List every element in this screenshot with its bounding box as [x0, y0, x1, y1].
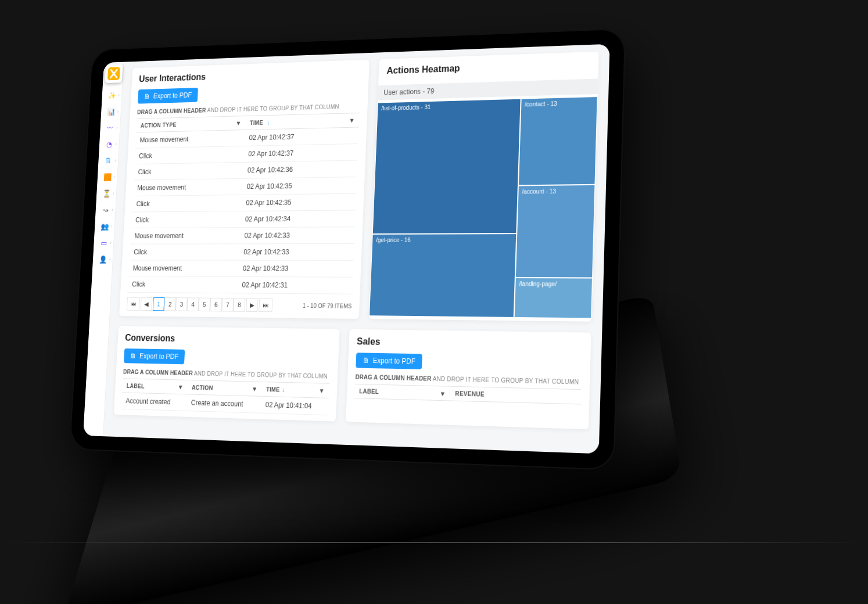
chevron-right-icon: ›	[118, 92, 120, 98]
col-action[interactable]: ACTION▼	[187, 380, 262, 396]
pager-page[interactable]: 7	[221, 298, 234, 312]
pager-last-button[interactable]: ⏭	[259, 298, 272, 312]
table-row[interactable]: Mouse movement02 Apr 10:42:35	[132, 177, 357, 196]
col-time[interactable]: TIME↓▼	[261, 382, 329, 398]
users-icon: 👥	[101, 222, 109, 230]
calendar-icon: 🗓	[105, 156, 112, 164]
chevron-right-icon: ›	[116, 125, 118, 130]
panel-actions-heatmap: Actions Heatmap User actions - 79 /list-…	[369, 52, 599, 322]
table-row[interactable]: Click02 Apr 10:42:31	[127, 276, 353, 294]
pager-summary: 1 - 10 OF 79 ITEMS	[274, 302, 352, 309]
area-chart-icon: 🟧	[103, 172, 112, 181]
pager-first-button[interactable]: ⏮	[127, 297, 140, 311]
export-pdf-button[interactable]: 🗎 Export to PDF	[124, 348, 185, 364]
col-time[interactable]: TIME ↓ ▼	[245, 113, 360, 130]
col-label[interactable]: LABEL▼	[354, 384, 451, 401]
nav-calendar-icon[interactable]: 🗓›	[98, 152, 119, 169]
trend-icon: 〰	[106, 124, 113, 132]
filter-icon[interactable]: ▼	[177, 383, 184, 390]
app-logo[interactable]	[105, 64, 123, 83]
export-pdf-button[interactable]: 🗎 Export to PDF	[356, 353, 422, 369]
table-row[interactable]: Click02 Apr 10:42:35	[132, 193, 356, 212]
filter-icon[interactable]: ▼	[439, 390, 446, 397]
pager: ⏮ ◀ 12345678 ▶ ⏭ 1 - 10 OF 79 ITEMS	[127, 297, 352, 313]
pdf-icon: 🗎	[144, 92, 150, 100]
treemap-cell[interactable]: /account - 13	[515, 185, 596, 278]
panel-title: Actions Heatmap	[386, 59, 590, 76]
nav-trend-icon[interactable]: 〰›	[100, 120, 120, 136]
export-pdf-label: Export to PDF	[153, 91, 192, 100]
filter-icon[interactable]: ▼	[349, 117, 355, 124]
group-hint[interactable]: DRAG A COLUMN HEADER AND DROP IT HERE TO…	[123, 369, 330, 380]
nav-chart-bar-icon[interactable]: 📊›	[101, 103, 121, 120]
pdf-icon: 🗎	[130, 352, 137, 360]
treemap-cell[interactable]: /contact - 13	[518, 96, 598, 185]
panel-user-interactions: User Interactions 🗎 Export to PDF DRAG A…	[119, 60, 370, 319]
card-icon: ▭	[101, 239, 107, 247]
nav-area-chart-icon[interactable]: 🟧›	[97, 168, 117, 185]
chevron-right-icon: ›	[112, 207, 113, 212]
col-action-type[interactable]: ACTION TYPE ▼	[136, 116, 246, 132]
pager-page[interactable]: 3	[175, 297, 188, 311]
filter-icon[interactable]: ▼	[252, 385, 258, 392]
conversions-table: LABEL▼ ACTION▼ TIME↓▼ Account created Cr…	[121, 378, 330, 415]
col-label[interactable]: LABEL▼	[122, 379, 188, 394]
panel-title: Sales	[357, 336, 583, 351]
chevron-right-icon: ›	[109, 257, 110, 263]
col-revenue[interactable]: REVENUE	[450, 386, 581, 404]
treemap-cell[interactable]: /list-of-products - 31	[372, 99, 521, 235]
sort-desc-icon[interactable]: ↓	[282, 386, 285, 393]
table-row[interactable]: Mouse movement02 Apr 10:42:33	[130, 227, 355, 245]
tablet-device: ✨›📊›〰›◔›🗓›🟧›⏳›↝›👥›▭›👤› User Interactions…	[69, 28, 626, 470]
export-pdf-button[interactable]: 🗎 Export to PDF	[138, 88, 198, 104]
chevron-right-icon: ›	[115, 141, 117, 146]
nav-gauge-icon[interactable]: ◔›	[99, 136, 119, 153]
export-pdf-label: Export to PDF	[372, 357, 415, 366]
panel-title: User Interactions	[139, 67, 361, 84]
chevron-right-icon: ›	[110, 240, 112, 246]
main-content: User Interactions 🗎 Export to PDF DRAG A…	[103, 44, 610, 454]
table-row[interactable]: Click02 Apr 10:42:33	[129, 243, 354, 260]
treemap-cell[interactable]: /landing-page/	[514, 278, 593, 318]
funnel-icon: ⏳	[102, 189, 111, 197]
pager-prev-button[interactable]: ◀	[141, 297, 153, 311]
filter-icon[interactable]: ▼	[235, 120, 242, 127]
wand-icon: ✨	[107, 91, 116, 99]
filter-icon[interactable]: ▼	[318, 387, 325, 394]
nav-user-plus-icon[interactable]: 👤›	[92, 251, 113, 268]
pager-next-button[interactable]: ▶	[246, 298, 258, 312]
treemap: /list-of-products - 31 /contact - 13 /ac…	[369, 96, 597, 319]
chevron-right-icon: ›	[117, 109, 119, 114]
panel-sales: Sales 🗎 Export to PDF DRAG A COLUMN HEAD…	[346, 329, 591, 429]
app-screen: ✨›📊›〰›◔›🗓›🟧›⏳›↝›👥›▭›👤› User Interactions…	[83, 44, 610, 454]
panel-title: Conversions	[125, 333, 332, 346]
chevron-right-icon: ›	[114, 157, 116, 163]
sales-table: LABEL▼ REVENUE	[354, 384, 581, 405]
pdf-icon: 🗎	[363, 357, 370, 365]
nav-wand-icon[interactable]: ✨›	[102, 87, 122, 104]
chevron-right-icon: ›	[113, 174, 115, 179]
pager-page[interactable]: 4	[187, 297, 199, 311]
chart-bar-icon: 📊	[107, 107, 116, 116]
table-row[interactable]: Click02 Apr 10:42:34	[131, 210, 356, 228]
nav-flow-icon[interactable]: ↝›	[95, 202, 116, 218]
pager-page[interactable]: 2	[164, 297, 176, 311]
nav-card-icon[interactable]: ▭›	[94, 235, 114, 251]
gauge-icon: ◔	[106, 140, 112, 148]
pager-page[interactable]: 5	[198, 298, 210, 312]
pager-page[interactable]: 8	[233, 298, 245, 312]
chevron-right-icon: ›	[111, 224, 113, 229]
export-pdf-label: Export to PDF	[139, 352, 179, 361]
panel-conversions: Conversions 🗎 Export to PDF DRAG A COLUM…	[114, 326, 340, 421]
chevron-right-icon: ›	[113, 190, 114, 196]
group-hint[interactable]: DRAG A COLUMN HEADER AND DROP IT HERE TO…	[355, 374, 581, 386]
table-row[interactable]: Mouse movement02 Apr 10:42:33	[128, 260, 354, 277]
nav-users-icon[interactable]: 👥›	[94, 218, 114, 235]
pager-page[interactable]: 1	[153, 297, 165, 311]
treemap-cell[interactable]: /get-price - 16	[369, 233, 517, 317]
interactions-table: ACTION TYPE ▼ TIME ↓ ▼ Mouse m	[127, 113, 360, 294]
sort-desc-icon[interactable]: ↓	[267, 119, 270, 126]
nav-funnel-icon[interactable]: ⏳›	[96, 185, 117, 202]
flow-icon: ↝	[102, 206, 108, 214]
pager-page[interactable]: 6	[210, 298, 222, 312]
